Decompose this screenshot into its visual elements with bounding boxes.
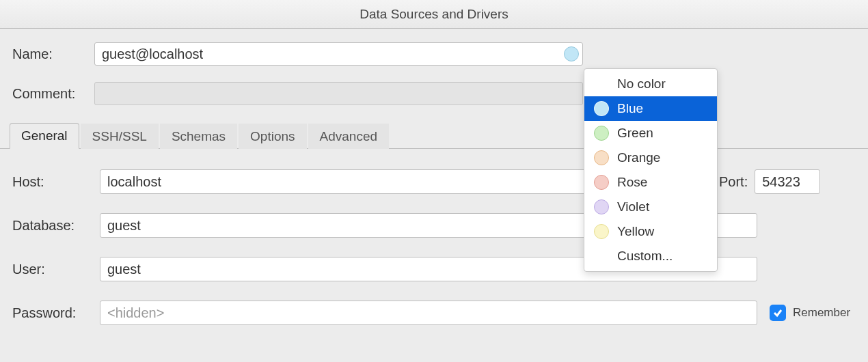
host-row: Host: Port: xyxy=(12,169,856,194)
window-title: Data Sources and Drivers xyxy=(360,7,508,22)
remember-wrap: Remember xyxy=(770,305,850,321)
circle-icon xyxy=(594,224,609,239)
database-label: Database: xyxy=(12,218,100,234)
color-item-custom[interactable]: Custom... xyxy=(584,244,717,268)
database-row: Database: xyxy=(12,213,856,238)
color-item-no-color[interactable]: No color xyxy=(584,72,717,96)
circle-icon xyxy=(594,175,609,190)
color-item-yellow[interactable]: Yellow xyxy=(584,219,717,244)
color-item-violet[interactable]: Violet xyxy=(584,195,717,219)
general-panel: Host: Port: Database: User: Password: Re… xyxy=(0,149,868,325)
name-label: Name: xyxy=(12,46,94,62)
color-chip-button[interactable] xyxy=(564,46,579,61)
user-row: User: xyxy=(12,257,856,281)
tab-schemas[interactable]: Schemas xyxy=(160,124,237,149)
circle-icon xyxy=(594,150,609,165)
color-item-label: Rose xyxy=(617,175,707,190)
host-label: Host: xyxy=(12,174,100,190)
form-top: Name: Comment: xyxy=(0,29,868,105)
color-item-green[interactable]: Green xyxy=(584,121,717,145)
tab-sshssl[interactable]: SSH/SSL xyxy=(81,124,159,149)
color-item-label: No color xyxy=(617,76,707,92)
password-row: Password: Remember xyxy=(12,301,856,325)
remember-label: Remember xyxy=(793,306,850,320)
port-label: Port: xyxy=(719,174,748,190)
circle-icon xyxy=(594,199,609,214)
tab-general[interactable]: General xyxy=(10,123,79,149)
color-item-label: Green xyxy=(617,126,707,141)
tab-advanced[interactable]: Advanced xyxy=(308,124,390,149)
port-input[interactable] xyxy=(755,169,820,194)
comment-label: Comment: xyxy=(12,86,94,102)
color-item-blue[interactable]: Blue xyxy=(584,96,717,121)
title-bar: Data Sources and Drivers xyxy=(0,0,868,29)
user-label: User: xyxy=(12,262,100,277)
remember-checkbox[interactable] xyxy=(770,305,786,321)
name-row: Name: xyxy=(12,42,856,66)
circle-icon xyxy=(594,101,609,116)
check-icon xyxy=(772,307,783,318)
circle-icon xyxy=(594,126,609,141)
color-item-orange[interactable]: Orange xyxy=(584,145,717,170)
password-input[interactable] xyxy=(100,301,757,325)
color-item-label: Violet xyxy=(617,199,707,214)
tab-options[interactable]: Options xyxy=(239,124,306,149)
password-label: Password: xyxy=(12,305,100,321)
color-item-label: Custom... xyxy=(617,249,707,264)
name-input-wrap xyxy=(94,42,583,66)
color-item-label: Orange xyxy=(617,150,707,165)
comment-row: Comment: xyxy=(12,82,856,105)
comment-input[interactable] xyxy=(94,82,583,105)
color-item-rose[interactable]: Rose xyxy=(584,170,717,195)
name-input[interactable] xyxy=(94,42,583,66)
tabs-bar: General SSH/SSL Schemas Options Advanced xyxy=(0,122,868,149)
color-item-label: Yellow xyxy=(617,224,707,239)
color-item-label: Blue xyxy=(617,101,707,116)
color-menu: No color Blue Green Orange Rose Violet Y… xyxy=(584,68,718,272)
